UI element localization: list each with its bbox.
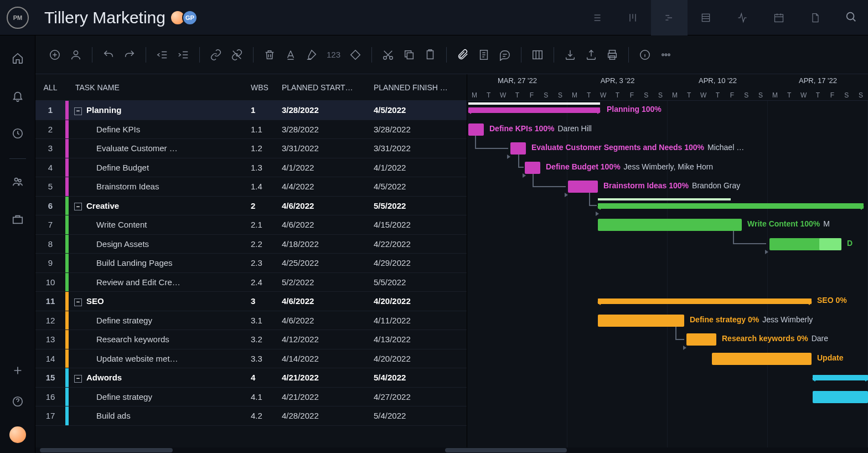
gantt-task-bar[interactable] [510, 142, 526, 155]
comment-icon[interactable] [499, 49, 511, 61]
task-name[interactable]: Define KPIs [69, 125, 251, 134]
collapse-icon[interactable]: − [74, 203, 82, 210]
start-cell[interactable]: 4/4/2022 [282, 182, 374, 191]
col-all[interactable]: ALL [35, 83, 65, 92]
start-cell[interactable]: 3/31/2022 [282, 143, 374, 153]
start-cell[interactable]: 4/14/2022 [282, 354, 374, 363]
gantt-task-bar[interactable] [813, 391, 868, 403]
task-row[interactable]: 1−Planning13/28/20224/5/2022 [35, 101, 467, 120]
print-icon[interactable] [606, 49, 618, 61]
view-gantt-icon[interactable] [651, 0, 688, 35]
milestone-icon[interactable] [349, 49, 361, 61]
undo-icon[interactable] [102, 49, 115, 61]
scroll-thumb[interactable] [40, 448, 173, 452]
finish-cell[interactable]: 5/5/2022 [374, 201, 467, 210]
task-row[interactable]: 3Evaluate Customer …1.23/31/20223/31/202… [35, 139, 467, 158]
user-avatar[interactable] [9, 426, 26, 443]
avatar[interactable]: GP [182, 10, 198, 25]
start-cell[interactable]: 4/18/2022 [282, 239, 374, 249]
task-name[interactable]: −Planning [69, 105, 251, 115]
wbs-cell[interactable]: 3.2 [251, 334, 282, 344]
cut-icon[interactable] [382, 49, 394, 61]
wbs-cell[interactable]: 1.2 [251, 143, 282, 153]
import-icon[interactable] [564, 49, 576, 61]
wbs-cell[interactable]: 2.1 [251, 220, 282, 229]
start-cell[interactable]: 4/6/2022 [282, 296, 374, 306]
search-icon[interactable] [845, 11, 857, 25]
wbs-cell[interactable]: 1.4 [251, 182, 282, 191]
horizontal-scrollbar[interactable] [35, 447, 868, 453]
task-row[interactable]: 16Define strategy4.14/21/20224/27/2022 [35, 388, 467, 407]
paste-icon[interactable] [424, 49, 436, 61]
start-cell[interactable]: 3/28/2022 [282, 105, 374, 115]
view-activity-icon[interactable] [724, 0, 761, 35]
notes-icon[interactable] [478, 49, 490, 61]
start-cell[interactable]: 5/2/2022 [282, 277, 374, 287]
finish-cell[interactable]: 5/4/2022 [374, 373, 467, 382]
task-row[interactable]: 11−SEO34/6/20224/20/2022 [35, 292, 467, 311]
task-row[interactable]: 10Review and Edit Cre…2.45/2/20225/5/202… [35, 273, 467, 292]
collapse-icon[interactable]: − [74, 375, 82, 383]
start-cell[interactable]: 4/6/2022 [282, 316, 374, 325]
task-row[interactable]: 7Write Content2.14/6/20224/15/2022 [35, 215, 467, 235]
text-style-icon[interactable] [285, 49, 297, 61]
app-logo[interactable]: PM [7, 7, 29, 29]
help-icon[interactable] [12, 395, 24, 410]
more-icon[interactable] [660, 49, 672, 61]
task-name[interactable]: −Adwords [69, 373, 251, 383]
col-wbs[interactable]: WBS [251, 83, 282, 92]
gantt-summary-bar[interactable] [598, 203, 864, 209]
wbs-cell[interactable]: 4.1 [251, 392, 282, 401]
task-name[interactable]: Define Budget [69, 163, 251, 172]
task-row[interactable]: 13Research keywords3.24/12/20224/13/2022 [35, 330, 467, 349]
finish-cell[interactable]: 4/20/2022 [374, 354, 467, 363]
finish-cell[interactable]: 4/27/2022 [374, 392, 467, 401]
gantt-summary-bar[interactable] [813, 375, 868, 380]
link-icon[interactable] [210, 49, 222, 61]
view-file-icon[interactable] [797, 0, 834, 35]
team-icon[interactable] [12, 176, 24, 190]
indent-icon[interactable] [177, 49, 189, 61]
wbs-cell[interactable]: 1.1 [251, 125, 282, 134]
view-board-icon[interactable] [614, 0, 651, 35]
task-row[interactable]: 6−Creative24/6/20225/5/2022 [35, 197, 467, 216]
view-sheet-icon[interactable] [688, 0, 724, 35]
gantt-task-bar[interactable] [468, 123, 484, 136]
outdent-icon[interactable] [156, 49, 168, 61]
gantt-task-bar[interactable] [568, 181, 598, 193]
finish-cell[interactable]: 4/5/2022 [374, 182, 467, 191]
start-cell[interactable]: 4/28/2022 [282, 411, 374, 420]
task-row[interactable]: 4Define Budget1.34/1/20224/1/2022 [35, 158, 467, 178]
wbs-cell[interactable]: 1.3 [251, 163, 282, 172]
task-name[interactable]: Update website met… [69, 354, 251, 363]
gantt-task-bar[interactable] [598, 315, 684, 327]
task-name[interactable]: Write Content [69, 220, 251, 229]
task-name[interactable]: Define strategy [69, 392, 251, 401]
task-row[interactable]: 8Design Assets2.24/18/20224/22/2022 [35, 235, 467, 254]
gantt-task-bar[interactable] [712, 353, 812, 365]
wbs-cell[interactable]: 3 [251, 296, 282, 306]
task-row[interactable]: 14Update website met…3.34/14/20224/20/20… [35, 349, 467, 369]
task-row[interactable]: 15−Adwords44/21/20225/4/2022 [35, 368, 467, 388]
gantt-task-bar[interactable] [525, 162, 540, 174]
gantt-task-bar[interactable] [686, 333, 716, 346]
task-name[interactable]: −Creative [69, 201, 251, 211]
task-name[interactable]: −SEO [69, 296, 251, 306]
gantt-body[interactable]: Planning 100% Define KPIs 100%Daren Hill… [467, 101, 868, 453]
member-avatars[interactable]: GP [173, 10, 198, 25]
gantt-task-bar[interactable] [598, 219, 742, 231]
finish-cell[interactable]: 3/31/2022 [374, 143, 467, 153]
clear-format-icon[interactable] [306, 49, 318, 61]
collapse-icon[interactable]: − [74, 298, 82, 306]
task-name[interactable]: Brainstorm Ideas [69, 182, 251, 191]
info-icon[interactable] [639, 49, 651, 61]
task-name[interactable]: Build ads [69, 411, 251, 420]
collapse-icon[interactable]: − [74, 107, 82, 115]
task-row[interactable]: 5Brainstorm Ideas1.44/4/20224/5/2022 [35, 177, 467, 197]
bell-icon[interactable] [12, 90, 24, 104]
assign-icon[interactable] [70, 49, 82, 61]
plus-icon[interactable] [12, 364, 24, 379]
export-icon[interactable] [585, 49, 597, 61]
start-cell[interactable]: 4/6/2022 [282, 220, 374, 229]
task-name[interactable]: Define strategy [69, 316, 251, 325]
